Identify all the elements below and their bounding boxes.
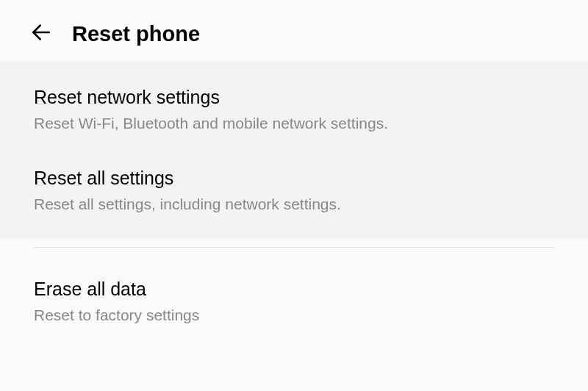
option-title: Reset network settings <box>34 87 554 108</box>
erase-section: Erase all data Reset to factory settings <box>0 248 588 342</box>
option-description: Reset to factory settings <box>34 306 554 324</box>
option-title: Erase all data <box>34 279 554 300</box>
option-title: Reset all settings <box>34 168 554 189</box>
option-description: Reset all settings, including network se… <box>34 196 554 213</box>
reset-network-settings-item[interactable]: Reset network settings Reset Wi-Fi, Blue… <box>0 69 588 150</box>
page-title: Reset phone <box>72 22 200 46</box>
arrow-left-icon <box>29 21 53 47</box>
header: Reset phone <box>0 0 588 62</box>
erase-all-data-item[interactable]: Erase all data Reset to factory settings <box>0 261 588 342</box>
reset-all-settings-item[interactable]: Reset all settings Reset all settings, i… <box>0 150 588 231</box>
back-button[interactable] <box>29 21 53 47</box>
reset-options-section: Reset network settings Reset Wi-Fi, Blue… <box>0 62 588 238</box>
option-description: Reset Wi-Fi, Bluetooth and mobile networ… <box>34 115 554 132</box>
